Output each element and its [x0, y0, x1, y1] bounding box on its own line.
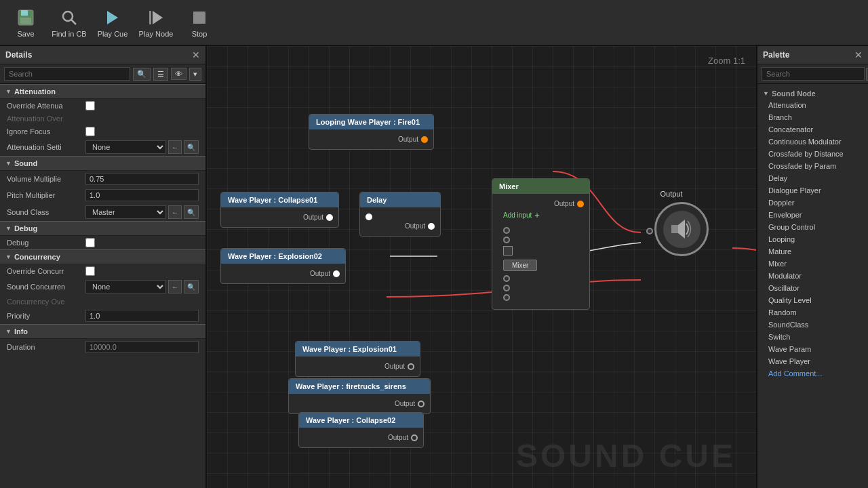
output-node[interactable]: Output — [654, 202, 688, 256]
details-search-input[interactable] — [4, 67, 130, 81]
palette-item-branch[interactable]: Branch — [757, 111, 868, 123]
palette-item-concatenator[interactable]: Concatenator — [757, 123, 868, 136]
play-node-button[interactable]: Play Node — [136, 3, 176, 42]
palette-section-sound-node[interactable]: ▼ Sound Node — [757, 87, 868, 99]
output-port-circle-collapse02 — [411, 434, 418, 441]
details-list-button[interactable]: ☰ — [153, 68, 168, 81]
palette-item-looping[interactable]: Looping — [757, 233, 868, 245]
palette-item-wave-player[interactable]: Wave Player — [757, 355, 868, 367]
prop-concurrency-over: Concurrency Ove — [0, 296, 205, 308]
section-debug[interactable]: ▼ Debug — [0, 221, 205, 236]
palette-item-soundclass[interactable]: SoundClass — [757, 319, 868, 331]
palette-item-dialogue-player[interactable]: Dialogue Player — [757, 184, 868, 197]
palette-item-crossfade-by-param[interactable]: Crossfade by Param — [757, 160, 868, 172]
palette-item-wave-param[interactable]: Wave Param — [757, 343, 868, 355]
palette-item-random[interactable]: Random — [757, 306, 868, 319]
mixer-button[interactable]: Mixer — [503, 260, 537, 271]
details-more-button[interactable]: ▾ — [189, 68, 201, 81]
play-node-icon — [145, 7, 167, 28]
play-node-label: Play Node — [139, 30, 174, 38]
override-concurr-checkbox[interactable] — [85, 266, 95, 276]
pitch-multiplier-input[interactable] — [85, 189, 199, 201]
save-icon — [15, 7, 37, 28]
node-wave-firetrucks[interactable]: Wave Player : firetrucks_sirens Output — [288, 378, 431, 414]
palette-item-doppler[interactable]: Doppler — [757, 197, 868, 209]
duration-input[interactable] — [85, 341, 199, 353]
palette-item-delay[interactable]: Delay — [757, 172, 868, 184]
attenuation-setti-select[interactable]: None — [85, 140, 166, 154]
attenuation-setti-arrow-btn[interactable]: ← — [168, 140, 182, 154]
palette-item-crossfade-by-distance[interactable]: Crossfade by Distance — [757, 148, 868, 160]
palette-title: Palette — [763, 50, 789, 60]
details-search-button[interactable]: 🔍 — [133, 68, 151, 81]
palette-item-oscillator[interactable]: Oscillator — [757, 282, 868, 294]
palette-close-button[interactable]: ✕ — [854, 49, 863, 60]
details-title: Details — [5, 50, 32, 60]
sound-class-search-btn[interactable]: 🔍 — [184, 205, 199, 219]
node-body-collapse02: Output — [299, 428, 423, 447]
section-info[interactable]: ▼ Info — [0, 324, 205, 339]
mixer-port-2 — [498, 235, 584, 245]
prop-sound-concurren: Sound Concurren None ← 🔍 — [0, 278, 205, 296]
attenuation-setti-search-btn[interactable]: 🔍 — [184, 140, 199, 154]
node-header-firetrucks: Wave Player : firetrucks_sirens — [289, 379, 430, 394]
mixer-icon-row — [498, 245, 584, 257]
node-wave-collapse01[interactable]: Wave Player : Collapse01 Output — [220, 192, 339, 228]
palette-header: Palette ✕ — [757, 46, 868, 64]
details-header: Details ✕ — [0, 46, 205, 64]
prop-volume-multiplier: Volume Multiplie — [0, 171, 205, 187]
find-in-cb-button[interactable]: Find in CB — [49, 3, 90, 42]
stop-button[interactable]: Stop — [179, 3, 220, 42]
palette-item-switch[interactable]: Switch — [757, 331, 868, 343]
debug-checkbox[interactable] — [85, 238, 95, 247]
volume-multiplier-input[interactable] — [85, 173, 199, 185]
save-button[interactable]: Save — [5, 3, 46, 42]
sound-class-arrow-btn[interactable]: ← — [168, 205, 182, 219]
sound-class-select[interactable]: Master — [85, 205, 166, 219]
section-sound[interactable]: ▼ Sound — [0, 156, 205, 171]
prop-debug: Debug — [0, 236, 205, 249]
node-header-mixer: Mixer — [492, 179, 589, 194]
svg-rect-1 — [21, 10, 28, 16]
node-mixer[interactable]: Mixer Output Add input + — [492, 178, 590, 310]
palette-item-enveloper[interactable]: Enveloper — [757, 209, 868, 221]
priority-input[interactable] — [85, 310, 199, 322]
details-close-button[interactable]: ✕ — [192, 49, 200, 60]
node-wave-explosion01[interactable]: Wave Player : Explosion01 Output — [295, 341, 420, 377]
section-attenuation[interactable]: ▼ Attenuation — [0, 84, 205, 99]
output-port-firetrucks: Output — [294, 400, 425, 407]
node-delay[interactable]: Delay Output — [359, 192, 441, 237]
prop-attenuation-setti: Attenuation Setti None ← 🔍 — [0, 138, 205, 156]
palette-item-group-control[interactable]: Group Control — [757, 221, 868, 233]
details-eye-button[interactable]: 👁 — [171, 68, 186, 80]
node-wave-explosion02[interactable]: Wave Player : Explosion02 Output — [220, 248, 346, 284]
play-cue-button[interactable]: Play Cue — [92, 3, 133, 42]
output-speaker-inner — [663, 211, 701, 248]
section-concurrency[interactable]: ▼ Concurrency — [0, 249, 205, 264]
node-header-explosion01: Wave Player : Explosion01 — [296, 342, 420, 357]
palette-item-mixer[interactable]: Mixer — [757, 258, 868, 270]
prop-override-concurr: Override Concurr — [0, 264, 205, 278]
palette-item-mature[interactable]: Mature — [757, 245, 868, 258]
svg-rect-8 — [193, 12, 205, 24]
zoom-label: Zoom 1:1 — [708, 56, 745, 66]
palette-item-quality-level[interactable]: Quality Level — [757, 294, 868, 306]
palette-item-attenuation[interactable]: Attenuation — [757, 99, 868, 111]
ignore-focus-checkbox[interactable] — [85, 127, 95, 136]
node-wave-collapse02[interactable]: Wave Player : Collapse02 Output — [298, 412, 424, 448]
palette-item-modulator[interactable]: Modulator — [757, 270, 868, 282]
svg-point-3 — [63, 12, 73, 21]
sound-concurren-arrow-btn[interactable]: ← — [168, 280, 182, 293]
palette-item-continuous-modulator[interactable]: Continuous Modulator — [757, 136, 868, 148]
output-circle — [654, 202, 709, 256]
node-looping-wave-fire01[interactable]: Looping Wave Player : Fire01 Output — [309, 114, 434, 150]
override-attenua-checkbox[interactable] — [85, 101, 95, 110]
prop-override-attenua: Override Attenua — [0, 99, 205, 113]
play-cue-icon — [102, 7, 123, 28]
sound-concurren-select[interactable]: None — [85, 280, 166, 293]
sound-concurren-search-btn[interactable]: 🔍 — [184, 280, 199, 293]
canvas-area[interactable]: Zoom 1:1 SOUND CUE Looping Wave Player :… — [207, 46, 756, 488]
palette-search-input[interactable] — [762, 67, 865, 81]
palette-item-add-comment[interactable]: Add Comment... — [757, 367, 868, 380]
main-area: Details ✕ 🔍 ☰ 👁 ▾ ▼ Attenuation Override… — [0, 46, 868, 488]
